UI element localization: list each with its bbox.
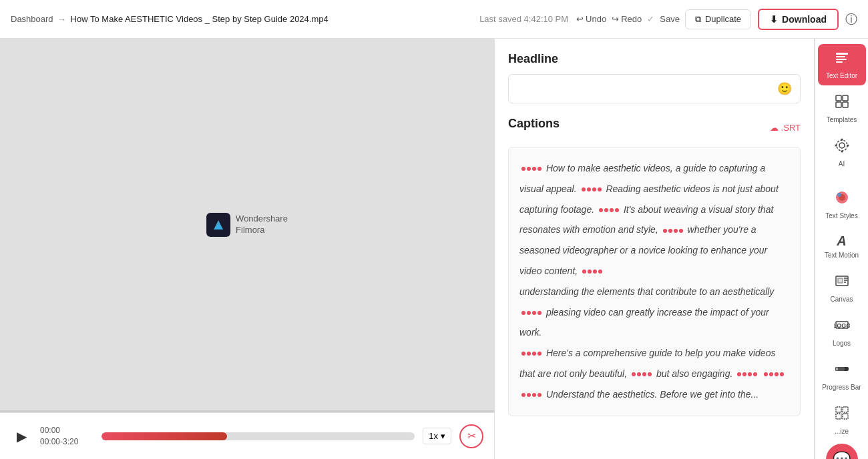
speed-chevron-icon: ▾ [441,431,445,441]
text-editor-icon [834,49,850,69]
scissors-button[interactable]: ✂ [459,424,483,448]
logos-icon: LOGO [834,317,850,337]
more-icon [834,405,850,425]
undo-button[interactable]: ↩ Undo [576,14,606,24]
headline-input[interactable]: 🙂 [508,74,801,103]
checkmark-icon: ✓ [647,14,654,24]
duplicate-button[interactable]: ⧉ Duplicate [685,9,751,29]
breadcrumb-home[interactable]: Dashboard [11,14,53,24]
watermark: Wondershare Filmora [206,213,288,237]
redo-button[interactable]: ↪ Redo [612,14,642,24]
dot-group-6 [521,311,541,315]
svg-rect-29 [836,407,841,412]
dot-group-5 [582,270,602,274]
svg-rect-2 [836,53,848,55]
svg-rect-7 [843,95,848,101]
sidebar-label-canvas: Canvas [831,296,853,304]
svg-point-18 [837,193,841,197]
caption-line-8: Understand the aesthetics. Before we get… [546,389,758,400]
svg-point-13 [841,151,843,153]
upgrade-section: 💬 Upgrade [826,444,858,459]
play-button[interactable]: ▶ [11,426,32,447]
svg-point-14 [835,145,837,147]
caption-line-5b: pleasing video can greatly increase the … [519,307,769,338]
ai-icon [834,137,850,157]
brand-line1: Wondershare [236,213,288,225]
right-sidebar: Text Editor Templates [815,39,868,459]
sidebar-item-more[interactable]: ...ize [818,400,866,441]
undo-label: Undo [586,14,606,24]
sidebar-label-text-editor: Text Editor [826,72,857,80]
dot-group-1 [521,167,541,171]
progress-bar-container[interactable] [101,432,415,440]
video-panel: Wondershare Filmora ▶ 00:00 00:00-3:20 1… [0,39,494,459]
templates-icon [834,93,850,113]
save-status: Last saved 4:42:10 PM [479,14,568,24]
redo-label: Redo [621,14,642,24]
duplicate-icon: ⧉ [695,14,701,25]
caption-line-5: understanding the elements that contribu… [519,286,774,297]
video-preview: Wondershare Filmora [0,39,494,410]
dot-group-9 [737,372,757,376]
svg-point-11 [837,140,847,151]
player-controls: ▶ 00:00 00:00-3:20 1x ▾ ✂ [0,412,494,459]
sidebar-label-logos: Logos [833,340,851,348]
sidebar-item-canvas[interactable]: Canvas [818,268,866,309]
breadcrumb-arrow: → [57,14,67,25]
sidebar-label-ai: AI [839,160,845,168]
dot-group-8 [632,372,652,376]
topbar: Dashboard → How To Make AESTHETIC Videos… [0,0,868,39]
sidebar-label-text-motion: Text Motion [825,252,859,260]
undo-icon: ↩ [576,14,584,24]
undo-redo-group: ↩ Undo ↪ Redo ✓ Save [576,14,680,24]
text-motion-icon: A [837,234,846,249]
save-button[interactable]: Save [660,14,680,24]
text-editor-scroll[interactable]: Headline 🙂 Captions ☁ .SRT How to make a… [495,39,814,459]
sidebar-label-text-styles: Text Styles [825,212,857,220]
emoji-icon[interactable]: 🙂 [777,81,792,96]
srt-upload-button[interactable]: ☁ .SRT [770,123,801,133]
captions-section-title: Captions [508,117,560,131]
svg-rect-28 [836,368,838,370]
svg-rect-9 [843,102,848,107]
watermark-text: Wondershare Filmora [236,213,288,236]
sidebar-label-more: ...ize [835,428,849,436]
sidebar-item-text-styles[interactable]: Text Styles [818,184,866,225]
svg-point-12 [841,139,843,141]
headline-section-title: Headline [508,52,801,66]
svg-rect-3 [836,56,845,57]
upgrade-button[interactable]: 💬 [826,444,858,459]
sidebar-label-progress-bar: Progress Bar [822,384,861,392]
sidebar-item-templates[interactable]: Templates [818,88,866,129]
breadcrumb-file: How To Make AESTHETIC Videos _ Step by S… [71,14,329,24]
download-button[interactable]: ⬇ Download [758,9,839,30]
dot-group-4 [663,229,683,233]
main-layout: Wondershare Filmora ▶ 00:00 00:00-3:20 1… [0,39,868,459]
duplicate-label: Duplicate [705,14,741,24]
text-editor-panel: Headline 🙂 Captions ☁ .SRT How to make a… [494,39,815,459]
captions-box[interactable]: How to make aesthetic videos, a guide to… [508,147,801,416]
progress-fill [101,432,227,440]
redo-icon: ↪ [612,14,619,24]
svg-point-15 [847,145,849,147]
cloud-upload-icon: ☁ [770,123,779,133]
help-button[interactable]: ⓘ [845,11,857,27]
sidebar-item-progress-bar[interactable]: Progress Bar [818,356,866,397]
sidebar-item-text-editor[interactable]: Text Editor [818,44,866,85]
progress-bar-icon [834,361,850,381]
srt-label: .SRT [781,123,801,133]
topbar-right: ⧉ Duplicate ⬇ Download ⓘ [685,9,857,30]
svg-rect-32 [843,414,848,419]
svg-text:LOGO: LOGO [834,322,850,329]
dot-group-10 [764,372,784,376]
sidebar-item-text-motion[interactable]: A Text Motion [818,228,866,265]
svg-rect-20 [838,278,843,283]
captions-header: Captions ☁ .SRT [508,117,801,139]
download-icon: ⬇ [770,14,778,25]
dot-group-11 [521,393,541,397]
sidebar-item-logos[interactable]: LOGO Logos [818,312,866,353]
svg-rect-8 [836,102,841,107]
speed-selector[interactable]: 1x ▾ [423,428,451,444]
sidebar-item-ai[interactable]: AI [818,132,866,173]
progress-background [101,432,415,440]
